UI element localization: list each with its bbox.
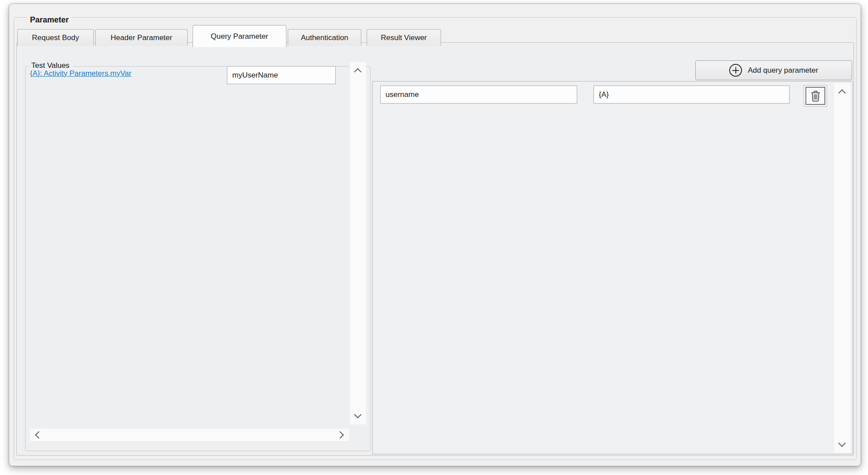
tab-label: Request Body	[32, 33, 79, 42]
tab-request-body[interactable]: Request Body	[17, 29, 94, 46]
chevron-down-icon[interactable]	[838, 440, 846, 447]
tab-query-parameter[interactable]: Query Parameter	[193, 25, 286, 47]
query-parameter-list-panel	[372, 81, 853, 454]
chevron-down-icon[interactable]	[354, 411, 362, 419]
query-param-value-input[interactable]	[594, 85, 790, 104]
parameter-window: Parameter Test Values {A}: Activity Para…	[9, 4, 861, 466]
delete-query-parameter-button[interactable]	[804, 85, 827, 107]
test-values-vertical-scrollbar[interactable]	[350, 62, 366, 424]
add-query-parameter-button[interactable]: Add query parameter	[695, 60, 852, 80]
tab-label: Header Parameter	[111, 33, 172, 42]
chevron-right-icon[interactable]	[337, 431, 344, 439]
tab-label: Authentication	[301, 33, 349, 42]
chevron-up-icon[interactable]	[354, 68, 362, 76]
trash-icon	[805, 87, 825, 105]
chevron-up-icon[interactable]	[838, 89, 846, 97]
tab-header-parameter[interactable]: Header Parameter	[95, 29, 188, 46]
test-values-group-title: Test Values	[28, 61, 73, 70]
parameter-group-title: Parameter	[27, 15, 72, 25]
tab-label: Result Viewer	[381, 33, 427, 42]
query-list-vertical-scrollbar[interactable]	[834, 83, 850, 453]
query-param-name-input[interactable]	[380, 85, 577, 104]
plus-circle-icon	[729, 64, 742, 77]
chevron-left-icon[interactable]	[35, 431, 43, 439]
tab-label: Query Parameter	[211, 32, 268, 41]
tab-result-viewer[interactable]: Result Viewer	[367, 29, 441, 46]
add-query-parameter-label: Add query parameter	[748, 66, 818, 75]
screenshot-canvas: Parameter Test Values {A}: Activity Para…	[0, 0, 868, 475]
variable-link[interactable]: {A}: Activity Parameters.myVar	[30, 69, 131, 78]
test-value-input[interactable]	[227, 66, 336, 84]
tab-authentication[interactable]: Authentication	[288, 29, 361, 46]
test-values-groupbox	[25, 66, 371, 451]
test-values-horizontal-scrollbar[interactable]	[30, 429, 349, 441]
